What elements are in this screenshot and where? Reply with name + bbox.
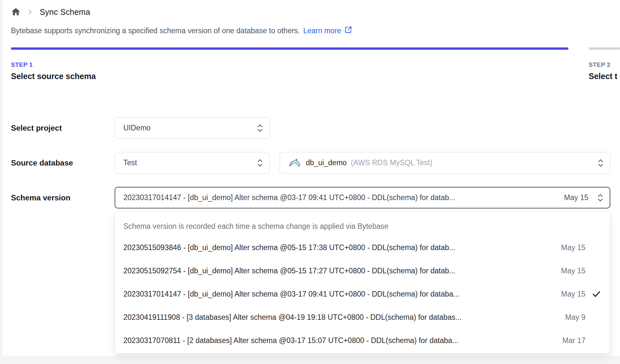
source-schema-form: Select project UIDemo Source database Te… xyxy=(11,117,620,208)
selected-check-icon xyxy=(585,242,602,253)
schema-version-select[interactable]: 20230317014147 - [db_ui_demo] Alter sche… xyxy=(115,187,610,208)
database-select[interactable]: db_ui_demo (AWS RDS MySQL Test) xyxy=(280,152,610,174)
step-2: STEP 2 Select t xyxy=(589,47,620,81)
step-2-progress-bar xyxy=(589,47,620,50)
schema-version-row: Schema version 20230317014147 - [db_ui_d… xyxy=(11,187,620,208)
home-icon[interactable] xyxy=(11,7,21,17)
step-1-progress-bar xyxy=(11,47,568,50)
step-2-title: Select t xyxy=(589,72,620,81)
environment-select-value: Test xyxy=(123,158,137,167)
schema-version-dropdown: Schema version is recorded each time a s… xyxy=(115,211,610,354)
dropdown-header-hint: Schema version is recorded each time a s… xyxy=(115,212,610,236)
breadcrumb: Sync Schema xyxy=(11,6,620,18)
option-date: Mar 17 xyxy=(562,336,585,345)
option-date: May 15 xyxy=(561,290,585,298)
chevron-updown-icon xyxy=(256,158,264,168)
schema-version-select-value: 20230317014147 - [db_ui_demo] Alter sche… xyxy=(123,193,558,202)
main-content: Sync Schema Bytebase supports synchroniz… xyxy=(0,0,620,208)
external-link-icon xyxy=(344,26,352,36)
step-2-label: STEP 2 xyxy=(589,61,620,68)
project-select[interactable]: UIDemo xyxy=(115,117,270,139)
chevron-right-icon xyxy=(27,9,33,15)
schema-version-option[interactable]: 20230515093846 - [db_ui_demo] Alter sche… xyxy=(115,236,610,259)
selected-check-icon xyxy=(585,312,602,322)
source-database-row: Source database Test xyxy=(11,152,620,174)
schema-version-select-date: May 15 xyxy=(564,193,588,202)
selected-check-icon xyxy=(585,266,602,276)
intro-line: Bytebase supports synchronizing a specif… xyxy=(11,26,620,36)
selected-check-icon xyxy=(585,289,602,299)
database-select-detail: (AWS RDS MySQL Test) xyxy=(351,158,432,167)
chevron-updown-icon xyxy=(256,123,264,133)
schema-version-label: Schema version xyxy=(11,193,115,202)
option-date: May 9 xyxy=(565,313,585,322)
option-date: May 15 xyxy=(561,267,585,275)
learn-more-label: Learn more xyxy=(303,26,341,35)
intro-text: Bytebase supports synchronizing a specif… xyxy=(11,26,300,35)
step-1: STEP 1 Select source schema xyxy=(11,47,568,81)
schema-version-option[interactable]: 20230317014147 - [db_ui_demo] Alter sche… xyxy=(115,282,610,306)
option-text: 20230419111908 - [3 databases] Alter sch… xyxy=(123,313,559,322)
schema-version-option[interactable]: 20230419111908 - [3 databases] Alter sch… xyxy=(115,306,610,329)
selected-check-icon xyxy=(585,335,602,346)
project-row: Select project UIDemo xyxy=(11,117,620,139)
sync-schema-page: Sync Schema Bytebase supports synchroniz… xyxy=(0,0,620,364)
environment-select[interactable]: Test xyxy=(115,152,270,174)
schema-version-option[interactable]: 20230515092754 - [db_ui_demo] Alter sche… xyxy=(115,259,610,282)
option-text: 20230317014147 - [db_ui_demo] Alter sche… xyxy=(123,290,555,298)
bottom-edge-strip xyxy=(0,356,620,364)
mysql-icon xyxy=(288,158,301,168)
page-title: Sync Schema xyxy=(40,7,90,17)
chevron-updown-icon xyxy=(597,158,604,168)
step-1-title: Select source schema xyxy=(11,72,568,81)
option-text: 20230515093846 - [db_ui_demo] Alter sche… xyxy=(123,243,555,252)
project-label: Select project xyxy=(11,124,115,133)
step-progress: STEP 1 Select source schema STEP 2 Selec… xyxy=(11,47,620,81)
project-select-value: UIDemo xyxy=(123,124,150,132)
database-select-value: db_ui_demo xyxy=(306,158,347,167)
source-database-label: Source database xyxy=(11,158,115,167)
option-text: 20230317070811 - [2 databases] Alter sch… xyxy=(123,336,556,345)
step-1-label: STEP 1 xyxy=(11,61,568,68)
option-date: May 15 xyxy=(561,243,585,252)
chevron-updown-icon xyxy=(597,193,604,203)
learn-more-link[interactable]: Learn more xyxy=(303,26,352,36)
schema-version-option[interactable]: 20230317070811 - [2 databases] Alter sch… xyxy=(115,329,610,352)
option-text: 20230515092754 - [db_ui_demo] Alter sche… xyxy=(123,267,555,275)
